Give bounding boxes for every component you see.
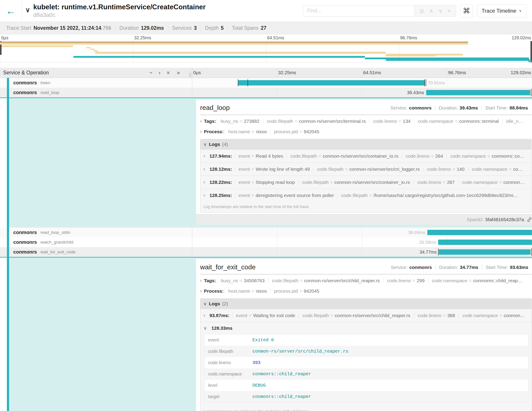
log-entry[interactable]: › 127.94ms: event=Read 4 bytes code.file… — [200, 149, 531, 163]
chevron-down-icon: ∨ — [203, 142, 207, 147]
find-input[interactable] — [303, 5, 414, 16]
minimap-drag-handle-right[interactable] — [531, 41, 532, 62]
service-name: conmonrs — [13, 230, 37, 235]
view-dropdown-label: Trace Timeline — [482, 8, 516, 14]
operation-name: listen — [40, 80, 50, 85]
log-entry[interactable]: › 128.12ms: event=Wrote log line of leng… — [200, 163, 531, 176]
column-resize-handle[interactable] — [189, 73, 191, 77]
trace-total-spans: Total Spans27 — [228, 25, 270, 31]
span-duration-label: 35.58ms — [419, 237, 436, 247]
find-next-icon[interactable]: ∨ — [438, 8, 442, 14]
tags-accordion[interactable]: › Tags: busy_ns=273882 code.filepath=con… — [196, 115, 532, 126]
log-entry[interactable]: › 128.22ms: event=Stopping read loop cod… — [200, 176, 531, 189]
trace-id-short: d8a3a0c — [33, 11, 206, 19]
minimap-span — [0, 43, 468, 45]
title-wrap: ∨ kubelet: runtime.v1.RuntimeService/Cre… — [25, 3, 206, 19]
chevron-right-icon: › — [200, 129, 202, 135]
service-color-bar — [7, 258, 9, 411]
detail-duration: Duration:39.43ms — [435, 105, 481, 111]
log-marker-tick — [238, 79, 238, 86]
tag-field: busy_ns=34506763 — [217, 278, 268, 283]
collapse-one-icon[interactable]: › — [159, 70, 160, 76]
ruler-tick: 96.76ms — [399, 35, 417, 40]
minimap-span — [386, 55, 436, 56]
back-button[interactable]: ← — [0, 0, 22, 21]
span-bar[interactable] — [238, 80, 425, 86]
grid-header: Service & Operation › › » » 0μs 32.25ms … — [0, 68, 532, 78]
trace-start: Trace StartNovember 15 2022, 11:24:14.75… — [2, 25, 115, 31]
tag-field: code.namespace=conmonrs::terminal — [414, 118, 503, 124]
span-link-icon[interactable] — [527, 217, 532, 222]
keyboard-shortcuts-button[interactable]: ⌘ — [460, 4, 473, 17]
span-name-cell[interactable]: conmonrs wait_for_exit_code — [0, 247, 192, 257]
trace-minimap[interactable] — [0, 41, 532, 62]
expand-one-icon[interactable]: › — [148, 72, 154, 73]
service-operation-header: Service & Operation › › » » — [0, 68, 192, 78]
log-entry[interactable]: › 128.25ms: event=deregistering event so… — [200, 189, 531, 202]
span-duration-label: 39.43ms — [407, 88, 424, 98]
kv-row: code.namespace conmonrs::child_reaper — [205, 368, 528, 380]
span-name-cell[interactable]: conmonrs read_loop_stdin — [0, 228, 192, 237]
process-accordion[interactable]: › Process: host.name=nixos process.pid=9… — [196, 285, 532, 295]
top-bar: ← ∨ kubelet: runtime.v1.RuntimeService/C… — [0, 0, 532, 21]
timeline-header: 0μs 32.25ms 64.51ms 96.76ms 129.02ms — [192, 68, 532, 78]
span-row-read-loop-stdin: conmonrs read_loop_stdin 39.69ms — [0, 228, 532, 237]
minimap-span — [93, 50, 98, 51]
log-entry[interactable]: › 93.87ms: event=Waiting for exit code c… — [200, 309, 532, 322]
span-duration-label: 70.91ms — [428, 78, 445, 88]
log-entry-expanded-header[interactable]: ∨ 128.33ms — [203, 325, 528, 331]
chevron-right-icon: › — [203, 313, 205, 318]
trace-collapse-icon[interactable]: ∨ — [25, 6, 30, 14]
tag-field: idle_n… — [502, 118, 527, 124]
tag-field: busy_ns=273882 — [217, 118, 263, 124]
span-detail-row-wait-for-exit-code: wait_for_exit_code Service:conmonrs Dura… — [0, 257, 532, 411]
span-bar[interactable] — [427, 230, 532, 235]
scope-icon[interactable]: ◎ — [419, 8, 424, 14]
kv-row: target conmonrs::child_reaper — [205, 391, 528, 402]
chevron-right-icon: › — [203, 179, 205, 185]
operation-name: read_loop — [40, 90, 59, 95]
span-id-value: 5faf48165428c37a — [485, 217, 524, 222]
logs-header[interactable]: ∨ Logs (2) — [200, 299, 532, 309]
span-detail-title: read_loop — [200, 104, 230, 111]
find-clear-icon[interactable]: × — [447, 8, 451, 14]
tags-accordion[interactable]: › Tags: busy_ns=34506763 code.filepath=c… — [196, 274, 532, 285]
collapse-all-icon[interactable]: » — [177, 70, 180, 76]
span-bar[interactable] — [438, 240, 532, 245]
span-timeline-cell: 39.69ms — [192, 228, 532, 237]
span-name-cell[interactable]: conmonrs read_loop — [0, 88, 192, 98]
span-timeline-cell: 70.91ms — [192, 78, 532, 88]
find-prev-icon[interactable]: ∧ — [429, 8, 433, 14]
span-bar[interactable] — [439, 249, 531, 255]
operation-name: wait_for_exit_code — [40, 250, 76, 254]
process-accordion[interactable]: › Process: host.name=nixos process.pid=9… — [196, 126, 532, 136]
detail-start-time: Start Time:88.84ms — [481, 105, 531, 111]
detail-panel-wrap: read_loop Service:conmonrs Duration:39.4… — [192, 98, 532, 228]
log-marker-tick — [426, 79, 426, 86]
logs-footnote: Log timestamps are relative to the start… — [200, 202, 531, 212]
span-name-cell[interactable]: conmonrs listen — [0, 78, 192, 88]
operation-name: read_loop_stdin — [40, 230, 70, 235]
minimap-span — [528, 61, 531, 62]
trace-info-bar: Trace StartNovember 15 2022, 11:24:14.75… — [0, 21, 532, 34]
span-name-cell[interactable]: conmonrs watch_grandchild — [0, 237, 192, 247]
timeline-tick: 96.76ms — [447, 70, 466, 75]
top-bar-controls: ◎ ∧ ∨ × ⌘ Trace Timeline ∨ — [303, 4, 532, 17]
log-kv-table: event Exited 0 code.filepath conmon-rs/s… — [204, 334, 528, 402]
detail-left-fill — [9, 98, 192, 228]
span-bar[interactable] — [426, 90, 530, 95]
view-dropdown[interactable]: Trace Timeline ∨ — [477, 4, 526, 17]
command-icon: ⌘ — [463, 6, 470, 15]
expand-all-icon[interactable]: » — [166, 71, 171, 74]
chevron-right-icon: › — [200, 118, 202, 124]
trace-timeline-page: ← ∨ kubelet: runtime.v1.RuntimeService/C… — [0, 0, 532, 411]
tag-field: code.namespace=conmonrs::child_reap… — [428, 278, 526, 283]
span-duration-label: 39.69ms — [408, 228, 425, 237]
kv-row: level DEBUG — [205, 380, 528, 391]
logs-header[interactable]: ∨ Logs (4) — [200, 139, 531, 149]
span-timeline-cell: 34.77ms — [192, 247, 532, 257]
span-timeline-cell: 39.43ms — [192, 88, 532, 98]
service-color-bar — [7, 247, 9, 257]
chevron-down-icon: ∨ — [203, 325, 207, 331]
ruler-tick: 32.25ms — [133, 35, 151, 40]
